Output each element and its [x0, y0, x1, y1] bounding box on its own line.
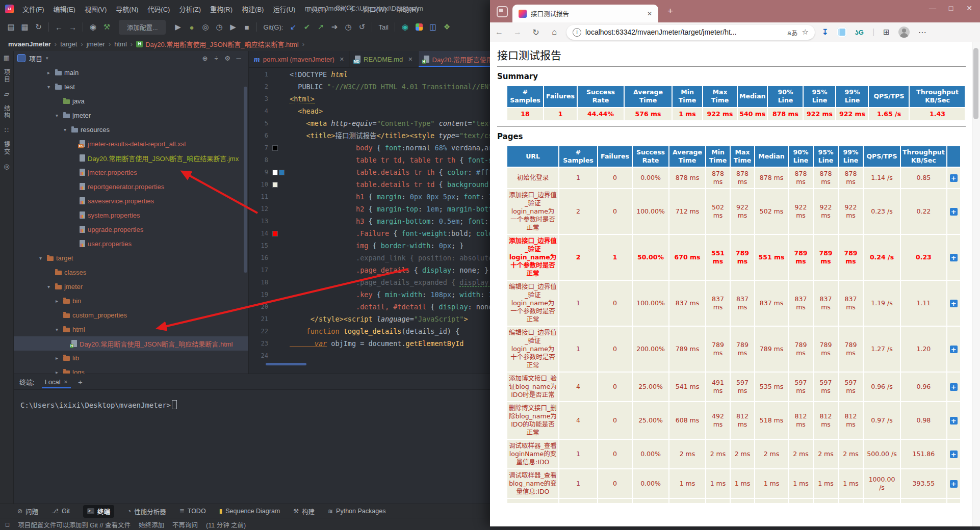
save-all-icon[interactable]: ▦ [18, 22, 32, 32]
tool-window-button-profiler[interactable]: ◔性能分析器 [127, 507, 166, 516]
browser-home-icon[interactable]: ⌂ [545, 28, 563, 37]
status-action-always-add[interactable]: 始终添加 [139, 520, 164, 529]
target-icon[interactable]: ◎ [4, 163, 9, 170]
expand-details-button[interactable]: + [950, 346, 958, 353]
tree-item-saveservice.properties[interactable]: saveservice.properties [13, 194, 248, 208]
tree-item-jmeter.properties[interactable]: jmeter.properties [13, 165, 248, 179]
menu-item-7[interactable]: 构建(B) [237, 3, 268, 15]
tree-item-html[interactable]: ▾html [13, 322, 248, 336]
tool-stripe-项目[interactable]: 项目 [3, 69, 11, 83]
tree-item-lib[interactable]: ▸lib [13, 351, 248, 365]
close-window-icon[interactable]: ✕ [962, 4, 977, 12]
tree-item-Day20.常用断言使用_JSON断言_响应结果断言.jmx[interactable]: Day20.常用断言使用_JSON断言_响应结果断言.jmx [13, 151, 248, 165]
coverage-icon[interactable]: ◎ [198, 22, 212, 32]
tree-item-upgrade.properties[interactable]: upgrade.properties [13, 222, 248, 236]
close-icon[interactable]: ✕ [340, 56, 344, 63]
terminal-tab-local[interactable]: Local ✕ [42, 376, 71, 388]
tree-item-target[interactable]: ▾target [13, 251, 248, 265]
forward-icon[interactable]: → [66, 23, 80, 32]
expand-details-button[interactable]: + [950, 383, 958, 391]
menu-item-6[interactable]: 重构(R) [205, 3, 237, 15]
tree-item-reportgenerator.properties[interactable]: reportgenerator.properties [13, 179, 248, 194]
tree-item-java[interactable]: java [13, 94, 248, 108]
git-push-icon[interactable]: ↗ [314, 22, 327, 32]
browser-forward-icon[interactable]: → [508, 28, 527, 37]
git-commit-icon[interactable]: ✔ [300, 22, 314, 32]
tool-window-button-sequence-diagram[interactable]: ▮Sequence Diagram [219, 508, 280, 515]
extension-g-icon[interactable]: ʖG [855, 29, 864, 36]
tree-scrollbar[interactable] [244, 87, 247, 273]
sync-icon[interactable]: ↻ [32, 22, 45, 32]
user-profile-icon[interactable]: ◉ [86, 22, 100, 32]
tree-item-logs[interactable]: ▸logs [13, 365, 248, 374]
new-tab-button[interactable]: + [667, 6, 673, 17]
run-icon[interactable]: ▶ [171, 22, 185, 32]
editor-tab-0[interactable]: mpom.xml (mavenJmeter)✕ [249, 51, 350, 67]
close-icon[interactable]: ✕ [64, 379, 68, 385]
browser-refresh-icon[interactable]: ↻ [527, 28, 545, 37]
menu-item-4[interactable]: 代码(C) [143, 3, 174, 15]
git-compare-icon[interactable]: ➔ [327, 22, 341, 32]
url-text[interactable]: localhost:63342/mvaenJmeter/target/jmete… [585, 28, 783, 36]
browser-back-icon[interactable]: ← [490, 28, 508, 37]
editor-hscrollbar[interactable] [266, 363, 306, 365]
menu-item-2[interactable]: 视图(V) [80, 3, 111, 15]
breadcrumb-item-0[interactable]: mvaenJmeter [8, 40, 51, 48]
new-terminal-icon[interactable]: + [78, 378, 83, 386]
run-configuration-select[interactable]: 添加配置... [119, 20, 166, 35]
tree-item-system.properties[interactable]: system.properties [13, 208, 248, 222]
favorite-star-icon[interactable]: ☆ [802, 28, 809, 37]
menu-item-8[interactable]: 运行(U) [268, 3, 300, 15]
site-info-icon[interactable]: i [573, 28, 581, 37]
maximize-icon[interactable]: □ [943, 4, 959, 12]
address-bar[interactable]: i localhost:63342/mvaenJmeter/target/jme… [566, 25, 815, 40]
search-everywhere-icon[interactable]: ◉ [398, 22, 412, 32]
tab-close-icon[interactable]: ✕ [647, 10, 652, 17]
page-scrollbar[interactable] [972, 42, 980, 526]
tool-stripe-结构[interactable]: 结构 [3, 105, 11, 119]
close-icon[interactable]: ✕ [408, 56, 412, 63]
breadcrumb-item-1[interactable]: target [60, 40, 77, 48]
breadcrumb-item-2[interactable]: jmeter [87, 40, 105, 48]
tree-item-user.properties[interactable]: user.properties [13, 236, 248, 251]
profile-avatar[interactable] [898, 26, 910, 38]
scrollbar-thumb[interactable] [973, 48, 978, 119]
minimize-icon[interactable]: — [925, 4, 940, 12]
editor-tab-1[interactable]: MDREADME.md✕ [350, 51, 419, 67]
tool-window-button-python-packages[interactable]: ≋Python Packages [328, 508, 385, 515]
expand-details-button[interactable]: + [950, 254, 958, 261]
expand-details-button[interactable]: + [950, 450, 958, 458]
rollback-icon[interactable]: ↺ [355, 22, 369, 32]
tree-item-resources[interactable]: ▾resources [13, 122, 248, 137]
hide-panel-icon[interactable]: ─ [233, 55, 244, 62]
menu-item-1[interactable]: 编辑(E) [49, 3, 80, 15]
menu-item-3[interactable]: 导航(N) [111, 3, 143, 15]
more-menu-icon[interactable]: ⋯ [918, 28, 926, 37]
expand-details-button[interactable]: + [950, 174, 958, 182]
translate-icon[interactable]: aあ [787, 28, 797, 37]
tool-window-button-build[interactable]: ⚒构建 [293, 507, 315, 516]
tool-window-button-terminal[interactable]: >_终端 [83, 505, 114, 518]
tail-label[interactable]: Tail [378, 23, 389, 31]
split-screen-icon[interactable] [837, 28, 846, 37]
commit-dots-icon[interactable]: ∷ [5, 126, 9, 134]
breadcrumb-file[interactable]: HDay20.常用断言使用_JSON断言_响应结果断言.html [136, 39, 299, 49]
tool-window-button-problems[interactable]: ⊘问题 [17, 507, 38, 516]
download-icon[interactable]: ↧ [822, 28, 829, 37]
services-icon[interactable] [416, 23, 423, 31]
workspace-icon[interactable] [497, 6, 508, 17]
git-update-icon[interactable]: ↙ [286, 22, 300, 32]
tree-item-Day20.常用断言使用_JSON断言_响应结果断言.html[interactable]: HDay20.常用断言使用_JSON断言_响应结果断言.html [13, 336, 248, 351]
plugins-icon[interactable]: ❖ [440, 22, 454, 32]
back-icon[interactable]: ← [52, 23, 66, 32]
browser-tab[interactable]: 接口测试报告 ✕ [512, 5, 658, 22]
tool-window-button-todo[interactable]: ≣TODO [179, 508, 206, 515]
settings-gear-icon[interactable]: ⚙ [222, 55, 233, 62]
tool-window-button-git[interactable]: ⎇Git [51, 508, 70, 515]
tree-item-custom_properties[interactable]: custom_properties [13, 308, 248, 322]
tool-stripe-提交[interactable]: 提交 [3, 141, 11, 155]
locate-file-icon[interactable]: ⊕ [199, 55, 211, 62]
build-hammer-icon[interactable]: ⚒ [100, 22, 114, 32]
open-folder-icon[interactable]: ▤ [4, 22, 18, 32]
breadcrumb-item-3[interactable]: html [114, 40, 127, 48]
